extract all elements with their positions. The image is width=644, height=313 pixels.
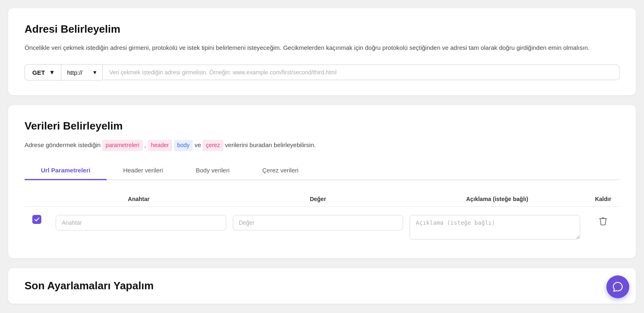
row-desc-cell [410,215,580,239]
table-header: Anahtar Değer Açıklama (isteğe bağlı) Ka… [25,192,619,207]
tab-body-verileri[interactable]: Body verileri [179,161,246,179]
tag-params: parametreleri [102,140,142,151]
tab-header-verileri[interactable]: Header verileri [107,161,180,179]
protocol-dropdown[interactable]: http:// ▾ [61,64,102,80]
data-card: Verileri Belirleyelim Adrese göndermek i… [8,105,636,258]
tag-header: header [148,140,172,151]
bottom-card: Son Ayarlamaları Yapalım [8,268,636,304]
address-row: GET ▾ http:// ▾ [25,64,619,80]
row-checkbox-cell [25,215,49,224]
protocol-value: http:// [67,69,83,76]
table-row [25,211,619,244]
data-title: Verileri Belirleyelim [25,120,619,132]
method-chevron-icon: ▾ [50,69,54,76]
row-key-cell [56,215,226,230]
col-value-header: Değer [228,196,408,202]
value-input[interactable] [233,215,403,230]
row-value-cell [233,215,403,230]
desc-text-end: verilerini buradan belirleyebilirsin. [223,141,316,148]
tab-url-parameters[interactable]: Url Parametreleri [25,161,107,179]
method-dropdown[interactable]: GET ▾ [25,64,61,80]
trash-icon [599,217,607,226]
col-key-header: Anahtar [49,196,228,202]
delete-row-button[interactable] [597,215,609,227]
row-checkbox[interactable] [32,215,41,224]
tab-cerez-verileri[interactable]: Çerez verileri [246,161,315,179]
address-description: Öncelikle veri çekmek istediğin adresi g… [25,43,619,53]
desc-input[interactable] [410,215,580,239]
method-value: GET [32,69,45,76]
tag-cerez: çerez [203,140,223,151]
tabs-container: Url Parametreleri Header verileri Body v… [25,161,619,180]
protocol-chevron-icon: ▾ [93,69,97,76]
desc-comma: , [143,141,148,148]
desc-ve: ve [193,141,203,148]
address-card: Adresi Belirleyelim Öncelikle veri çekme… [8,8,636,95]
chat-icon [612,282,623,292]
address-title: Adresi Belirleyelim [25,23,619,36]
desc-text-1: Adrese göndermek istediğin [25,141,102,148]
col-checkbox-header [25,196,49,202]
url-input[interactable] [102,65,619,80]
data-description: Adrese göndermek istediğin parametreleri… [25,140,619,151]
bottom-title: Son Ayarlamaları Yapalım [25,279,619,292]
col-desc-header: Açıklama (isteğe bağlı) [408,196,587,202]
checkmark-icon [34,217,40,222]
row-delete-cell [587,215,619,227]
col-remove-header: Kaldır [587,196,619,202]
chat-fab-button[interactable] [606,275,629,298]
key-input[interactable] [56,215,226,230]
tag-body: body [174,140,193,151]
